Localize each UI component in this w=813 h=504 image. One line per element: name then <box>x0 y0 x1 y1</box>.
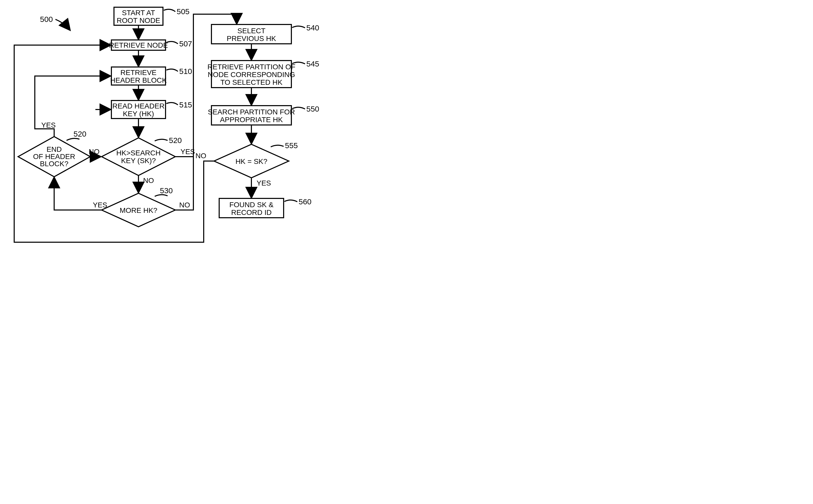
branch-no-eoh: NO <box>89 148 99 156</box>
text-rhk-1: READ HEADER <box>112 102 164 110</box>
text-sph-2: PREVIOUS HK <box>227 35 276 43</box>
ref-507-curve <box>166 41 178 44</box>
ref-505-curve <box>164 9 175 12</box>
ref-555: 555 <box>285 141 298 150</box>
ref-540: 540 <box>306 23 319 32</box>
text-hkeqsk: HK = SK? <box>235 157 267 165</box>
text-rp-2: NODE CORRESPONDING <box>207 71 295 79</box>
ref-520a: 520 <box>73 130 86 138</box>
figure-ref-arrow <box>55 19 70 30</box>
text-sp-2: APPROPRIATE HK <box>220 116 283 124</box>
text-eoh-2: OF HEADER <box>33 153 75 161</box>
text-eoh-1: END <box>46 145 62 153</box>
text-morehk: MORE HK? <box>120 206 157 214</box>
text-rp-1: RETRIEVE PARTITION OF <box>207 63 295 71</box>
branch-yes-hksk: YES <box>180 148 195 156</box>
ref-520b-curve <box>155 139 168 141</box>
flowchart-svg: 500 START AT ROOT NODE 505 RETRIEVE NODE… <box>0 0 406 252</box>
ref-560: 560 <box>298 197 311 206</box>
ref-520b: 520 <box>169 136 182 145</box>
ref-515-curve <box>166 103 178 105</box>
text-fsk-2: RECORD ID <box>231 208 271 216</box>
ref-540-curve <box>292 26 305 28</box>
text-sp-1: SEARCH PARTITION FOR <box>208 108 295 116</box>
ref-515: 515 <box>179 100 192 109</box>
ref-530: 530 <box>160 186 173 195</box>
ref-560-curve <box>284 200 297 202</box>
ref-555-curve <box>271 145 284 147</box>
text-rhk-2: KEY (HK) <box>123 110 154 118</box>
ref-550: 550 <box>306 105 319 113</box>
ref-510: 510 <box>179 67 192 75</box>
text-hksk-1: HK>SEARCH <box>116 149 161 157</box>
text-sph-1: SELECT <box>237 27 265 35</box>
text-retrieve-node: RETRIEVE NODE <box>109 41 168 49</box>
text-rh-2: HEADER BLOCK <box>110 76 167 84</box>
branch-yes-morehk: YES <box>93 201 107 209</box>
ref-505: 505 <box>177 7 189 16</box>
ref-520a-curve <box>66 138 79 140</box>
branch-no-morehk: NO <box>179 201 190 209</box>
ref-545: 545 <box>306 60 319 68</box>
text-hksk-2: KEY (SK)? <box>121 157 156 165</box>
text-rh-1: RETRIEVE <box>120 69 156 77</box>
text-start-root-1: START AT <box>122 9 155 17</box>
ref-507: 507 <box>179 39 192 48</box>
ref-530-curve <box>155 195 168 196</box>
branch-yes-eoh: YES <box>41 121 56 129</box>
branch-no-hksk: NO <box>143 177 154 184</box>
figure-ref: 500 <box>40 15 53 23</box>
ref-510-curve <box>166 69 178 71</box>
text-fsk-1: FOUND SK & <box>229 201 273 209</box>
branch-yes-hkeq: YES <box>256 179 271 187</box>
text-eoh-3: BLOCK? <box>40 160 69 168</box>
text-rp-3: TO SELECTED HK <box>220 78 282 86</box>
branch-no-hkeq: NO <box>195 152 206 160</box>
text-start-root-2: ROOT NODE <box>117 16 160 24</box>
